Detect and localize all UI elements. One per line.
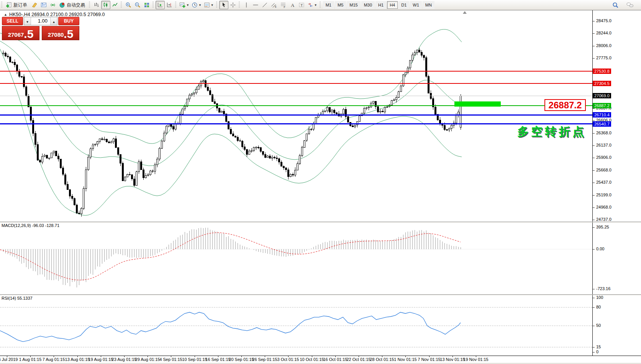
chat-button[interactable] xyxy=(625,1,635,9)
macd-axis[interactable]: 395.250.00-723.16 xyxy=(592,222,641,294)
periods-icon xyxy=(192,2,198,8)
timeframe-d1[interactable]: D1 xyxy=(398,1,409,9)
levels-layer xyxy=(0,71,592,124)
tile-windows-button[interactable] xyxy=(142,1,151,9)
candlestick-chart-button[interactable] xyxy=(101,1,110,9)
arrows-button[interactable]: ▼ xyxy=(306,1,318,9)
macd-tick-label: 395.25 xyxy=(596,225,609,229)
new-order-button-label: 新订单 xyxy=(13,2,27,8)
buy-price-fraction: .5 xyxy=(64,28,73,40)
rsi-axis[interactable]: 1008050150 xyxy=(592,295,641,356)
chart-shift-icon xyxy=(166,2,172,8)
signals-button[interactable] xyxy=(48,1,57,9)
candlestick-icon xyxy=(103,2,109,8)
time-tick-label: 7 Nov 01:15 xyxy=(418,357,440,362)
rsi-pane[interactable]: RSI(14) 55.1337 xyxy=(0,295,592,356)
price-tick-label: 28006.0 xyxy=(596,43,611,48)
axis-tick xyxy=(593,307,595,308)
price-callout[interactable]: 26887.2 xyxy=(544,99,586,111)
indicators-button[interactable]: ▼ xyxy=(178,1,190,9)
time-tick-label: 19 Nov 01:15 xyxy=(463,357,488,362)
timeframe-h4[interactable]: H4 xyxy=(387,1,398,9)
bar-chart-button[interactable] xyxy=(92,1,101,9)
buy-price-button[interactable]: 27080.5 xyxy=(42,26,79,40)
volume-spinner: ▼ 1.00 ▲ xyxy=(24,17,57,25)
auto-scroll-icon xyxy=(157,2,163,8)
volume-increase-button[interactable]: ▲ xyxy=(50,17,57,25)
toolbar-right xyxy=(611,1,635,9)
toolbar-grip xyxy=(239,2,240,8)
toolbar-group-line-studies: EFAT▼ xyxy=(238,0,318,10)
periods-button[interactable]: ▼ xyxy=(190,1,203,9)
time-tick-label: 13 Aug 01:15 xyxy=(65,357,90,362)
price-tick-label: 24737.0 xyxy=(596,217,611,222)
timeframe-w1[interactable]: W1 xyxy=(410,1,422,9)
equidistant-channel-button[interactable]: E xyxy=(269,1,279,9)
metaeditor-button[interactable] xyxy=(30,1,39,9)
auto-scroll-button[interactable] xyxy=(156,1,165,9)
new-order-button[interactable]: 新订单 xyxy=(4,1,30,9)
buy-button[interactable]: BUY xyxy=(58,17,79,25)
axis-tick xyxy=(593,121,595,121)
zoom-in-button[interactable] xyxy=(124,1,133,9)
templates-button[interactable]: ▼ xyxy=(203,1,215,9)
timeframe-mn[interactable]: MN xyxy=(423,1,434,9)
rsi-tick-label: 15 xyxy=(596,344,601,349)
volume-decrease-button[interactable]: ▼ xyxy=(24,17,31,25)
timeframe-m1[interactable]: M1 xyxy=(323,1,334,9)
chart-shift-button[interactable] xyxy=(165,1,174,9)
rsi-label: RSI(14) 55.1337 xyxy=(2,296,33,300)
tile-windows-icon xyxy=(144,2,150,8)
sell-button[interactable]: SELL xyxy=(2,17,23,25)
toolbar-grip xyxy=(152,2,154,8)
price-chart-canvas[interactable] xyxy=(0,10,592,222)
timeframe-h1[interactable]: H1 xyxy=(375,1,386,9)
equidistant-channel-icon: E xyxy=(271,2,277,8)
svg-text:A: A xyxy=(291,2,295,8)
time-axis[interactable]: 26 Jul 20191 Aug 01:157 Aug 01:1513 Aug … xyxy=(0,356,641,363)
indicators-icon xyxy=(179,2,185,8)
chart-ohlc-text: HK50-,H4 26934.0 27100.0 26920.5 27069.0 xyxy=(9,12,105,17)
trendline-button[interactable] xyxy=(260,1,269,9)
timeframe-m15[interactable]: M15 xyxy=(347,1,360,9)
vertical-line-button[interactable] xyxy=(242,1,251,9)
macd-pane[interactable]: MACD(12,26,9) -96.03 -128.71 xyxy=(0,222,592,295)
autotrading-button-label: 自动交易 xyxy=(67,2,85,8)
chart-header: ▲ HK50-,H4 26934.0 27100.0 26920.5 27069… xyxy=(4,12,105,17)
price-tick-label: 28475.0 xyxy=(596,18,611,23)
line-chart-button[interactable] xyxy=(110,1,120,9)
macd-canvas[interactable] xyxy=(0,222,592,294)
new-order-icon xyxy=(6,2,12,8)
autotrading-button[interactable]: 自动交易 xyxy=(57,1,88,9)
sell-price-button[interactable]: 27067.5 xyxy=(2,26,39,40)
crosshair-button[interactable] xyxy=(228,1,238,9)
fibonacci-button[interactable]: F xyxy=(279,1,288,9)
timeframe-m5[interactable]: M5 xyxy=(335,1,346,9)
horizontal-line-button[interactable] xyxy=(251,1,260,9)
main-chart-pane[interactable]: ▲ HK50-,H4 26934.0 27100.0 26920.5 27069… xyxy=(0,10,592,222)
price-tick-label: 26137.0 xyxy=(596,143,611,147)
zoom-out-button[interactable] xyxy=(133,1,142,9)
rsi-canvas[interactable] xyxy=(0,295,592,356)
cursor-button[interactable] xyxy=(219,1,228,9)
mt4-terminal: 新订单自动交易▼▼▼EFAT▼M1M5M15M30H1H4D1W1MN ▲ HK… xyxy=(0,0,641,364)
text-label-button[interactable]: T xyxy=(297,1,306,9)
timeframe-m30[interactable]: M30 xyxy=(361,1,375,9)
autotrading-icon xyxy=(59,2,65,8)
highlight-rectangle[interactable] xyxy=(454,101,501,107)
volume-input[interactable]: 1.00 xyxy=(31,17,50,25)
level-price-tag: 26710.4 xyxy=(593,112,611,118)
trendline-icon xyxy=(262,2,268,8)
time-tick-label: 20 Sep 01:15 xyxy=(229,357,254,362)
axis-tick xyxy=(593,347,595,348)
note-text[interactable]: 多空转折点 xyxy=(517,124,586,140)
price-axis[interactable]: 28475.028244.028006.027775.026837.026606… xyxy=(592,10,641,222)
search-button[interactable] xyxy=(611,1,620,9)
market-button[interactable] xyxy=(39,1,48,9)
horizontal-line-icon xyxy=(252,2,259,8)
time-tick-label: 26 Sep 01:15 xyxy=(252,357,277,362)
chat-icon xyxy=(626,2,634,8)
rsi-tick-label: 100 xyxy=(596,295,603,300)
time-tick-label: 10 Oct 01:15 xyxy=(300,357,324,362)
text-button[interactable]: A xyxy=(288,1,297,9)
